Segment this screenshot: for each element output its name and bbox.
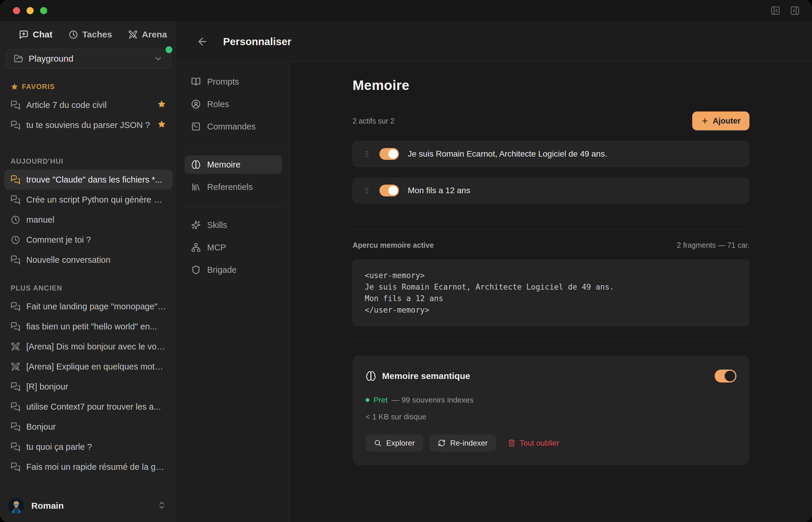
workspace-label: Playground: [28, 54, 74, 64]
nav-item-roles[interactable]: Roles: [185, 95, 282, 113]
sparkles-icon: [191, 220, 201, 230]
nav-label: Memoire: [207, 160, 240, 169]
chat-bubbles-icon: [11, 195, 20, 205]
memory-fragment-text: Mon fils a 12 ans: [408, 186, 470, 195]
refresh-icon: [438, 439, 445, 447]
semantic-memory-toggle-on[interactable]: [715, 369, 736, 382]
nav-item-commandes[interactable]: Commandes: [185, 117, 282, 136]
settings-nav: Prompts Roles Commandes Memoire: [177, 62, 290, 522]
semantic-memory-card: Memoire semantique Pret — 99 souvenirs i…: [353, 355, 750, 465]
conversation-label: Crée un script Python qui génère un...: [26, 195, 166, 205]
chat-bubbles-icon: [11, 100, 20, 110]
conversation-item[interactable]: Nouvelle conversation: [4, 250, 173, 270]
conversation-item[interactable]: utilise Context7 pour trouver les a...: [4, 397, 173, 417]
terminal-icon: [191, 122, 201, 131]
memory-toggle-on[interactable]: [379, 185, 399, 196]
add-memory-button[interactable]: Ajouter: [692, 112, 750, 130]
reindex-button[interactable]: Re-indexer: [430, 435, 496, 451]
chevron-down-icon: [154, 54, 163, 63]
minimize-window-button[interactable]: [26, 7, 34, 14]
today-section-header: AUJOURD'HUI: [4, 157, 173, 165]
conversation-item[interactable]: trouve "Claude" dans les fichiers *...: [4, 169, 173, 189]
tab-arena[interactable]: Arena: [128, 29, 167, 40]
tab-arena-label: Arena: [142, 29, 167, 40]
conversation-label: tu te souviens du parser JSON ?: [26, 120, 150, 130]
collapse-right-panel-icon[interactable]: [788, 4, 801, 17]
nav-item-brigade[interactable]: Brigade: [185, 261, 282, 279]
conversation-item[interactable]: manuel: [4, 210, 173, 230]
nav-label: MCP: [207, 243, 226, 253]
content-divider: [353, 340, 750, 341]
conversation-item[interactable]: [R] bonjour: [4, 377, 173, 397]
zoom-window-button[interactable]: [40, 7, 47, 14]
conversation-item[interactable]: Fais moi un rapide résumé de la gue...: [4, 457, 173, 477]
conversation-label: Nouvelle conversation: [26, 255, 110, 265]
memory-fragment-row: Je suis Romain Ecarnot, Architecte Logic…: [353, 141, 750, 167]
chat-bubbles-icon: [11, 322, 20, 332]
nav-item-mcp[interactable]: MCP: [185, 238, 282, 257]
forget-all-label: Tout oublier: [520, 439, 559, 448]
forget-all-button[interactable]: Tout oublier: [508, 439, 559, 448]
drag-handle-icon[interactable]: [363, 150, 371, 158]
conversation-label: [Arena] Explique en quelques mots :...: [26, 362, 166, 372]
message-square-plus-icon: [19, 30, 28, 40]
nav-label: Prompts: [207, 77, 239, 87]
close-window-button[interactable]: [13, 7, 20, 14]
clock-icon: [11, 215, 20, 225]
conversation-item[interactable]: Crée un script Python qui génère un...: [4, 189, 173, 210]
user-menu[interactable]: Romain: [0, 489, 177, 522]
memory-toggle-on[interactable]: [379, 148, 399, 160]
nav-item-skills[interactable]: Skills: [185, 216, 282, 234]
add-memory-label: Ajouter: [713, 117, 741, 126]
back-button[interactable]: [195, 34, 210, 49]
memory-fragment-row: Mon fils a 12 ans: [353, 178, 750, 203]
nav-item-referentiels[interactable]: Referentiels: [185, 178, 282, 196]
favori-item[interactable]: tu te souviens du parser JSON ?: [4, 115, 173, 135]
sidebar-tabs: Chat Taches Arena: [0, 21, 177, 44]
conversation-label: manuel: [26, 215, 54, 225]
workspace-select[interactable]: Playground: [6, 49, 171, 68]
arrow-left-icon: [197, 36, 208, 47]
tab-chat[interactable]: Chat: [19, 29, 53, 40]
swords-icon: [128, 30, 138, 40]
memoire-heading: Memoire: [353, 77, 750, 93]
today-title: AUJOURD'HUI: [11, 157, 63, 165]
conversation-item[interactable]: Fait une landing page "monopage" p...: [4, 296, 173, 317]
collapse-left-panel-icon[interactable]: [769, 4, 782, 17]
starred-icon[interactable]: [157, 100, 166, 111]
memory-fragment-text: Je suis Romain Ecarnot, Architecte Logic…: [408, 149, 607, 159]
conversation-label: [Arena] Dis moi bonjour avec le voca...: [26, 342, 166, 352]
content-divider: [353, 229, 750, 229]
conversation-item[interactable]: [Arena] Explique en quelques mots :...: [4, 357, 173, 377]
chat-bubbles-icon: [11, 255, 20, 265]
semantic-memory-title: Memoire semantique: [382, 371, 470, 381]
explore-button[interactable]: Explorer: [365, 435, 423, 451]
conversation-item[interactable]: Comment je toi ?: [4, 230, 173, 250]
drag-handle-icon[interactable]: [363, 187, 371, 194]
nav-label: Commandes: [207, 122, 256, 132]
favori-item[interactable]: Article 7 du code civil: [4, 95, 173, 115]
favoris-section-header: FAVORIS: [4, 83, 173, 91]
chevrons-up-down-icon: [157, 501, 166, 511]
tab-chat-label: Chat: [33, 29, 53, 40]
chat-bubbles-icon: [11, 175, 20, 185]
chat-bubbles-icon: [11, 422, 20, 432]
shield-icon: [191, 265, 201, 275]
swords-icon: [11, 362, 20, 372]
nav-item-memoire[interactable]: Memoire: [185, 156, 282, 174]
starred-icon[interactable]: [157, 120, 166, 130]
conversation-item[interactable]: tu quoi ça parle ?: [4, 437, 173, 457]
conversation-label: trouve "Claude" dans les fichiers *...: [26, 175, 162, 185]
tab-taches[interactable]: Taches: [68, 29, 112, 40]
conversation-item[interactable]: Bonjour: [4, 417, 173, 437]
search-icon: [374, 439, 381, 447]
titlebar: [0, 0, 812, 21]
chat-bubbles-icon: [11, 442, 20, 452]
conversation-item[interactable]: fias bien un petit "hello world" en...: [4, 317, 173, 337]
status-label: Pret: [374, 396, 388, 405]
older-section-header: PLUS ANCIEN: [4, 284, 173, 292]
nav-item-prompts[interactable]: Prompts: [185, 73, 282, 91]
conversation-item[interactable]: [Arena] Dis moi bonjour avec le voca...: [4, 337, 173, 357]
avatar: [8, 498, 24, 514]
book-open-icon: [191, 77, 201, 86]
